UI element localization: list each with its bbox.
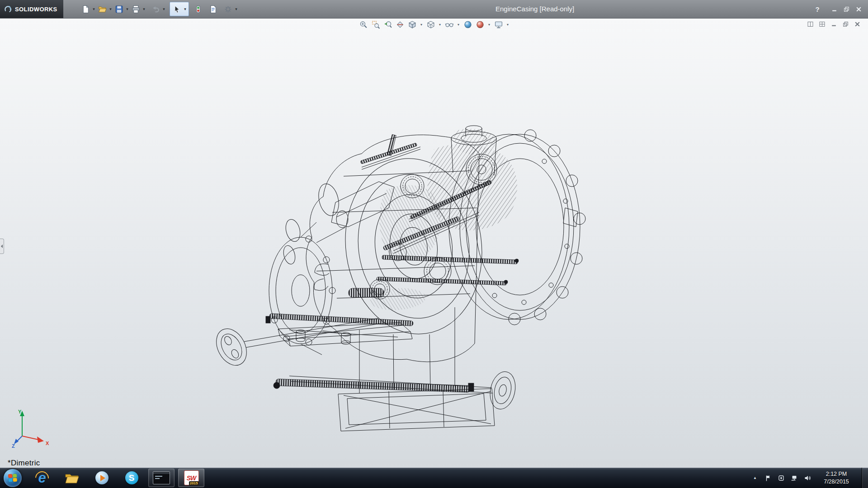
edit-appearance-button[interactable] (463, 19, 473, 29)
orientation-triad[interactable]: Y X Z (11, 408, 52, 449)
window-title: EngineCasing [Read-only] (495, 0, 574, 18)
hide-show-dropdown-arrow[interactable]: ▾ (457, 23, 461, 27)
console-window-button[interactable] (148, 469, 175, 487)
apply-scene-dropdown-arrow[interactable]: ▾ (487, 23, 491, 27)
view-settings-button[interactable] (494, 19, 504, 29)
new-dropdown-arrow[interactable]: ▾ (91, 7, 96, 11)
display-style-dropdown-arrow[interactable]: ▾ (438, 23, 442, 27)
minimize-button[interactable] (830, 5, 838, 13)
print-icon (132, 5, 140, 14)
brand-text: SOLIDWORKS (15, 6, 57, 13)
solidworks-taskbar-button[interactable]: SW 2015 (178, 469, 204, 487)
new-document-icon (81, 5, 90, 14)
action-center-button[interactable] (764, 474, 772, 482)
standard-toolbar: ▾ ▾ ▾ ▾ ▾ ▾ (80, 0, 239, 18)
engine-casing-wireframe-model[interactable] (0, 18, 868, 468)
new-document-button[interactable] (80, 3, 91, 15)
network-icon (791, 475, 797, 481)
pane-split-button[interactable] (807, 20, 814, 28)
pane-grid-button[interactable] (818, 20, 826, 28)
doc-restore-icon (843, 21, 849, 27)
zoom-to-area-icon (371, 20, 380, 29)
edit-appearance-icon (463, 20, 472, 29)
apply-scene-button[interactable] (475, 19, 485, 29)
skype-button[interactable]: S (118, 469, 145, 487)
rebuild-button[interactable] (192, 3, 204, 15)
help-button[interactable]: ? (813, 5, 821, 13)
view-settings-icon (494, 20, 503, 29)
restore-button[interactable] (842, 5, 850, 13)
triad-x-label: X (46, 441, 49, 446)
media-player-button[interactable] (89, 469, 115, 487)
pane-grid-icon (819, 21, 825, 27)
section-view-icon (396, 20, 404, 29)
select-button[interactable] (171, 3, 183, 15)
open-button[interactable] (96, 3, 108, 15)
hide-show-items-button[interactable] (444, 19, 454, 29)
save-dropdown-arrow[interactable]: ▾ (125, 7, 130, 11)
solidworks-logo: SOLIDWORKS (0, 0, 63, 18)
open-dropdown-arrow[interactable]: ▾ (108, 7, 113, 11)
windows-flag-icon (8, 474, 17, 482)
display-style-button[interactable] (426, 19, 436, 29)
zoom-to-fit-button[interactable] (359, 19, 368, 29)
file-properties-button[interactable] (207, 3, 219, 15)
zoom-to-area-button[interactable] (371, 19, 381, 29)
view-orientation-label: *Dimetric (8, 459, 40, 468)
windows-taskbar: e S SW 2015 (0, 468, 868, 488)
taskbar-clock[interactable]: 2:12 PM 7/28/2015 (817, 470, 856, 485)
internet-explorer-button[interactable]: e (29, 469, 55, 487)
section-view-button[interactable] (395, 19, 405, 29)
hide-show-items-icon (445, 20, 453, 29)
view-orientation-button[interactable] (407, 19, 417, 29)
panel-splitter-handle[interactable] (0, 239, 4, 254)
view-orientation-dropdown-arrow[interactable]: ▾ (420, 23, 424, 27)
tray-app-button[interactable] (778, 474, 785, 482)
console-window-icon (153, 471, 170, 484)
view-settings-dropdown-arrow[interactable]: ▾ (506, 23, 510, 27)
options-button[interactable] (222, 3, 234, 15)
view-orientation-icon (408, 20, 416, 29)
document-window-controls (807, 20, 861, 28)
hidden-icons-chevron[interactable]: ▲ (751, 474, 759, 482)
folder-icon (65, 472, 79, 484)
desktop: SOLIDWORKS ▾ ▾ ▾ ▾ ▾ (0, 0, 868, 488)
doc-close-icon (854, 21, 860, 27)
clock-date: 7/28/2015 (824, 478, 849, 485)
apply-scene-icon (476, 20, 484, 29)
previous-view-button[interactable] (383, 19, 393, 29)
undo-icon (151, 5, 160, 14)
file-properties-icon (209, 5, 217, 14)
options-dropdown-arrow[interactable]: ▾ (234, 7, 239, 11)
windows-explorer-button[interactable] (59, 469, 85, 487)
network-button[interactable] (791, 474, 798, 482)
doc-restore-button[interactable] (842, 20, 849, 28)
options-icon (224, 5, 232, 14)
close-button[interactable] (854, 5, 863, 13)
save-icon (115, 5, 123, 14)
select-dropdown-arrow[interactable]: ▾ (183, 7, 188, 11)
save-button[interactable] (113, 3, 125, 15)
undo-dropdown-arrow[interactable]: ▾ (161, 7, 166, 11)
dassault-logo-icon (4, 5, 13, 14)
tray-app-icon (778, 475, 784, 481)
print-button[interactable] (130, 3, 142, 15)
undo-button[interactable] (150, 3, 161, 15)
display-style-icon (426, 20, 435, 29)
doc-close-button[interactable] (854, 20, 861, 28)
zoom-to-fit-icon (359, 20, 368, 29)
solidworks-version-badge: 2015 (189, 481, 199, 485)
title-bar: SOLIDWORKS ▾ ▾ ▾ ▾ ▾ (0, 0, 868, 19)
start-button[interactable] (4, 469, 22, 487)
system-tray: ▲ (751, 468, 868, 488)
graphics-area[interactable]: ▾ ▾ ▾ ▾ ▾ (0, 18, 868, 468)
window-controls: ? (813, 0, 863, 18)
print-dropdown-arrow[interactable]: ▾ (142, 7, 146, 11)
clock-time: 2:12 PM (826, 470, 847, 478)
media-player-icon (95, 471, 108, 484)
minimize-icon (831, 6, 837, 12)
doc-minimize-button[interactable] (830, 20, 837, 28)
volume-button[interactable] (804, 474, 811, 482)
show-desktop-button[interactable] (862, 468, 868, 488)
select-tool-pressed: ▾ (170, 2, 189, 16)
